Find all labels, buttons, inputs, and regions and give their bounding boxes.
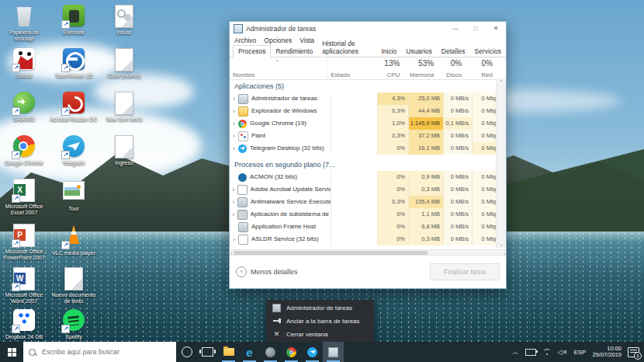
vertical-scrollbar[interactable]: ˄˅ [496,78,506,248]
desktop-icon-telegram[interactable]: Telegram [50,135,98,166]
battery-icon[interactable] [525,349,536,356]
show-hidden-icons-chevron[interactable]: ︿ [513,348,519,357]
start-button[interactable] [0,342,23,362]
minimize-button[interactable]: — [445,23,466,35]
desktop-icon-powerpoint[interactable]: Microsoft Office PowerPoint 2007 [0,224,48,261]
action-center-icon[interactable]: 1 [628,347,639,357]
tab-inicio[interactable]: Inicio [376,46,401,57]
taskbar-task-manager[interactable] [323,342,344,362]
expand-chevron-icon[interactable]: › [230,105,238,117]
end-task-button[interactable]: Finalizar tarea [430,263,500,280]
taskbar-app-grey[interactable] [260,342,281,362]
desktop-icon-intuos[interactable]: Intuos [100,5,148,36]
desktop-icon-color-file[interactable]: Color (nuevo) [100,48,148,79]
search-input[interactable] [40,347,160,357]
cortana-button[interactable] [176,342,197,362]
desktop-icon-dropbox[interactable]: Dropbox 24 GB [0,309,48,340]
menu-vista[interactable]: Vista [299,37,314,44]
desktop-icon-acrobat[interactable]: Acrobat Reader DC [50,92,98,123]
clock[interactable]: 10:00 29/07/2019 [592,346,621,359]
column-memoria[interactable]: Memoria [403,71,437,78]
process-row-spooler[interactable]: ›Aplicación de subsistema de cola 0% 1,1… [230,208,506,221]
desktop-icon-shareit[interactable]: SHAREit [0,92,48,123]
language-indicator[interactable]: ESP [573,349,586,356]
context-menu-item-close[interactable]: ✕ Cerrar ventana [266,328,374,341]
icon-label: New Item texto [100,117,148,123]
menu-opciones[interactable]: Opciones [264,37,292,44]
tab-usuarios[interactable]: Usuarios [401,46,437,57]
taskbar-edge[interactable]: e [239,342,260,362]
icon-label: Evernote [50,30,98,36]
expand-chevron-icon[interactable]: › [230,196,237,208]
column-disco[interactable]: Disco [437,71,465,78]
scroll-up-arrow-icon[interactable]: ˄ [500,78,503,83]
process-row-asldr[interactable]: ›ASLDR Service (32 bits) 0% 0,3 MB 0 MB/… [230,233,506,245]
column-red[interactable]: Red [465,71,496,78]
less-details-button[interactable]: ˄ Menos detalles [236,266,430,277]
tab-rendimiento[interactable]: Rendimiento [271,46,317,57]
scroll-down-arrow-icon[interactable]: ˅ [500,243,503,248]
icon-label: Intuos [100,30,148,36]
context-menu-item-pin[interactable]: Anclar a la barra de tareas [266,315,374,328]
process-row-chrome[interactable]: ›Google Chrome (19) 1,0% 1.145,9 MB 0,1 … [230,117,506,130]
desktop-icon-excel[interactable]: Microsoft Office Excel 2007 [0,179,48,216]
shortcut-arrow-icon [12,151,20,159]
cpu-cell: 0,3% [377,196,408,208]
expand-chevron-icon[interactable]: › [230,142,238,155]
desktop-icon-new-item[interactable]: New Item texto [100,92,148,123]
shortcut-arrow-icon [12,64,20,72]
desktop-icon-snood[interactable]: Snood [0,48,48,79]
column-cpu[interactable]: CPU [372,71,403,78]
taskbar-chrome[interactable] [281,342,302,362]
desktop-icon-tour[interactable]: Tour [50,179,98,212]
cpu-cell: 0,3% [377,105,408,117]
taskbar-search[interactable] [23,342,176,362]
expand-chevron-icon[interactable]: › [230,233,238,245]
process-row-explorer[interactable]: ›Explorador de Windows 0,3% 44,4 MB 0 MB… [230,105,506,117]
group-header-apps[interactable]: Aplicaciones (5) [230,80,506,92]
tab-servicios[interactable]: Servicios [470,46,506,57]
expand-chevron-icon[interactable]: › [230,92,238,105]
desktop-icon-chrome[interactable]: Google Chrome [0,135,48,166]
desktop-icon-evernote[interactable]: Evernote [50,5,98,36]
desktop-icon-word[interactable]: Microsoft Office Word 2007 [0,267,48,305]
volume-muted-icon[interactable]: ◁✕ [558,349,568,356]
taskbar-telegram[interactable] [302,342,323,362]
desktop-icon-ingreso[interactable]: Ingreso [100,135,148,166]
group-header-background[interactable]: Procesos en segundo plano (7... [230,158,506,171]
process-row-acmon[interactable]: ACMON (32 bits) 0% 0,9 MB 0 MB/s 0 Mbps [230,171,506,183]
expand-chevron-icon[interactable]: › [230,208,237,221]
memory-cell: 44,4 MB [408,105,443,117]
desktop-icon-spotify[interactable]: Spotify [50,309,98,340]
task-view-button[interactable] [197,342,218,362]
menu-archivo[interactable]: Archivo [234,37,256,44]
desktop-icon-recycle-bin[interactable]: Papelera de reciclaje [0,5,48,42]
tab-detalles[interactable]: Detalles [437,46,470,57]
process-row-antimalware[interactable]: ›Antimalware Service Executable 0,3% 135… [230,196,506,208]
context-menu-label: Cerrar ventana [286,331,327,338]
tab-historial[interactable]: Historial de aplicaciones [317,38,376,57]
memory-cell: 0,9 MB [408,171,443,183]
process-row-task-manager[interactable]: ›Administrador de tareas 4,3% 25,0 MB 0 … [230,92,506,105]
process-row-app-frame-host[interactable]: Application Frame Host 0% 6,8 MB 0 MB/s … [230,221,506,233]
close-button[interactable]: ✕ [486,23,506,35]
maximize-button[interactable]: □ [466,23,486,35]
desktop-icon-vlc[interactable]: VLC media player [50,224,98,256]
process-row-adobe-update[interactable]: ›Adobe Acrobat Update Service ... 0% 0,3… [230,183,506,196]
tab-procesos[interactable]: Procesos [233,45,271,57]
title-bar[interactable]: Administrador de tareas — □ ✕ [230,22,506,35]
column-nombre[interactable]: Nombre [230,71,327,78]
expand-chevron-icon[interactable]: › [230,130,238,142]
wifi-icon[interactable] [542,349,552,356]
expand-chevron-icon[interactable]: › [230,117,238,130]
desktop-icon-teamviewer[interactable]: TeamViewer 15 [50,48,98,79]
process-row-telegram[interactable]: ›Telegram Desktop (32 bits) 0% 16,1 MB 0… [230,142,506,155]
expand-chevron-icon[interactable]: › [230,183,237,196]
pin-icon [272,317,281,325]
memory-cell: 6,8 MB [408,221,443,233]
context-menu-item-task-manager[interactable]: Administrador de tareas [266,301,374,315]
taskbar-file-explorer[interactable] [218,342,239,362]
column-estado[interactable]: Estado [327,71,372,78]
desktop-icon-new-text-doc[interactable]: Nuevo documento de texto [50,267,98,305]
process-row-paint[interactable]: ›Paint 0,3% 37,2 MB 0 MB/s 0 Mbps [230,130,506,142]
